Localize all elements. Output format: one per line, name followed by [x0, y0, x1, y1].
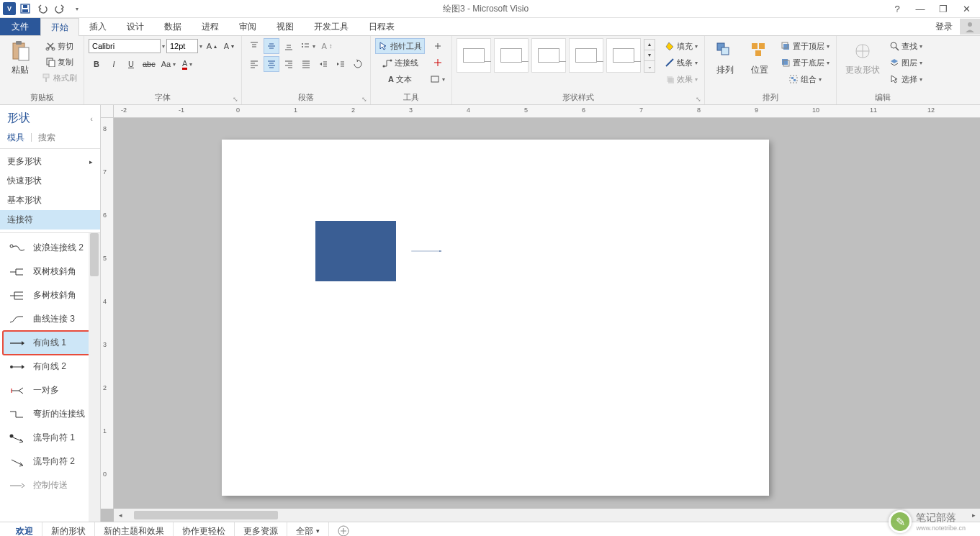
- welcome-tab[interactable]: 欢迎: [7, 522, 42, 536]
- position-button[interactable]: 位置: [744, 38, 776, 78]
- minimize-button[interactable]: —: [909, 1, 931, 17]
- arrow-connector-shape[interactable]: [396, 250, 457, 252]
- user-avatar-icon[interactable]: [960, 19, 980, 35]
- tab-home[interactable]: 开始: [40, 18, 79, 36]
- font-color-button[interactable]: A▾: [179, 56, 195, 72]
- line-button[interactable]: 线条▾: [662, 55, 700, 71]
- shape-elbow-connector[interactable]: 弯折的连接线: [3, 402, 97, 426]
- shape-wave-connector-2[interactable]: 波浪连接线 2: [3, 236, 97, 260]
- increase-indent-button[interactable]: [333, 56, 349, 72]
- shape-directed-line-2[interactable]: 有向线 2: [3, 355, 97, 378]
- change-case-button[interactable]: Aa▾: [159, 56, 178, 72]
- bold-button[interactable]: B: [89, 56, 104, 72]
- new-shapes-tab[interactable]: 新的形状: [42, 522, 95, 536]
- decrease-indent-button[interactable]: [315, 56, 331, 72]
- stencil-tab[interactable]: 模具: [7, 132, 24, 144]
- gallery-more-button[interactable]: ⌄: [644, 61, 655, 72]
- paste-button[interactable]: 粘贴: [4, 38, 36, 78]
- align-center-button[interactable]: [264, 56, 279, 72]
- drawing-canvas[interactable]: [114, 118, 980, 509]
- tab-insert[interactable]: 插入: [79, 18, 117, 35]
- shape-multi-tree-bevel[interactable]: 多树枝斜角: [3, 283, 97, 307]
- arrange-button[interactable]: 排列: [709, 38, 741, 78]
- close-button[interactable]: ✕: [956, 1, 977, 17]
- tab-developer[interactable]: 开发工具: [304, 18, 359, 35]
- gallery-down-button[interactable]: ▾: [644, 50, 655, 61]
- shape-curve-connect-3[interactable]: 曲线连接 3: [3, 307, 97, 331]
- increase-font-button[interactable]: A▴: [204, 38, 220, 54]
- collaboration-tab[interactable]: 协作更轻松: [174, 522, 235, 536]
- bring-to-front-button[interactable]: 置于顶层▾: [778, 38, 832, 54]
- align-left-button[interactable]: [246, 56, 262, 72]
- change-shape-button[interactable]: 更改形状: [841, 38, 884, 78]
- style-item-3[interactable]: [531, 38, 566, 73]
- basic-shapes-item[interactable]: 基本形状: [0, 191, 100, 210]
- collapse-panel-button[interactable]: ‹: [90, 114, 93, 123]
- rectangle-tool-button[interactable]: ▾: [428, 71, 447, 87]
- shape-double-tree-bevel[interactable]: 双树枝斜角: [3, 260, 97, 283]
- connector-tool-button[interactable]: 连接线: [375, 55, 425, 71]
- horizontal-scrollbar[interactable]: ◂ ▸: [114, 509, 980, 522]
- bullets-button[interactable]: ▾: [298, 38, 318, 54]
- underline-button[interactable]: U: [123, 56, 139, 72]
- font-dialog-launcher-icon[interactable]: ⤡: [233, 96, 238, 103]
- connection-point-button[interactable]: [428, 55, 447, 71]
- gallery-up-button[interactable]: ▴: [644, 40, 655, 50]
- fill-button[interactable]: 填充▾: [662, 38, 700, 54]
- select-button[interactable]: 选择▾: [887, 71, 925, 87]
- text-tool-button[interactable]: A文本: [375, 71, 425, 87]
- horizontal-ruler[interactable]: document.write(Array.from({length:18},(_…: [114, 105, 980, 118]
- cut-button[interactable]: 剪切: [39, 38, 79, 54]
- quick-shapes-item[interactable]: 快速形状: [0, 171, 100, 191]
- style-item-5[interactable]: [606, 38, 641, 73]
- new-themes-tab[interactable]: 新的主题和效果: [95, 522, 174, 536]
- find-button[interactable]: 查找▾: [887, 38, 925, 54]
- search-tab[interactable]: 搜索: [38, 132, 55, 144]
- font-name-dropdown-icon[interactable]: ▾: [162, 43, 165, 50]
- send-to-back-button[interactable]: 置于底层▾: [778, 55, 832, 71]
- scroll-left-button[interactable]: ◂: [114, 509, 127, 522]
- format-painter-button[interactable]: 格式刷: [39, 70, 79, 86]
- scroll-right-button[interactable]: ▸: [967, 509, 980, 522]
- tab-file[interactable]: 文件: [0, 18, 40, 35]
- layers-button[interactable]: 图层▾: [887, 55, 925, 71]
- more-resources-tab[interactable]: 更多资源: [235, 522, 287, 536]
- vertical-ruler[interactable]: document.write(Array.from({length:10},(_…: [101, 118, 114, 509]
- font-size-combo[interactable]: [166, 39, 198, 53]
- styles-dialog-launcher-icon[interactable]: ⤡: [696, 96, 701, 103]
- style-item-1[interactable]: [457, 38, 491, 73]
- style-item-2[interactable]: [494, 38, 529, 73]
- tab-review[interactable]: 审阅: [229, 18, 266, 35]
- shape-one-to-many[interactable]: 一对多: [3, 378, 97, 402]
- pointer-tool-button[interactable]: 指针工具: [375, 38, 425, 54]
- qat-customize-button[interactable]: ▾: [69, 1, 85, 17]
- font-size-dropdown-icon[interactable]: ▾: [199, 43, 202, 50]
- shape-control-transfer[interactable]: 控制传送: [3, 473, 97, 497]
- align-bottom-button[interactable]: [281, 38, 297, 54]
- add-page-button[interactable]: [335, 525, 352, 536]
- align-top-button[interactable]: [246, 38, 262, 54]
- paragraph-dialog-launcher-icon[interactable]: ⤡: [361, 96, 367, 103]
- shape-flow-guide-1[interactable]: 流导向符 1: [3, 426, 97, 450]
- justify-button[interactable]: [298, 56, 314, 72]
- font-name-combo[interactable]: [89, 39, 161, 53]
- all-tab[interactable]: 全部 ▾: [287, 522, 329, 536]
- restore-button[interactable]: ❐: [932, 1, 954, 17]
- align-right-button[interactable]: [281, 56, 297, 72]
- style-item-4[interactable]: [569, 38, 603, 73]
- more-shapes-item[interactable]: 更多形状 ▸: [0, 152, 100, 171]
- qat-save-button[interactable]: [17, 1, 33, 17]
- shape-list-scrollbar[interactable]: [89, 233, 100, 522]
- shape-directed-line-1[interactable]: 有向线 1: [3, 331, 97, 355]
- help-button[interactable]: ?: [886, 1, 908, 17]
- shape-style-gallery[interactable]: ▴ ▾ ⌄: [457, 38, 655, 73]
- tab-schedule[interactable]: 日程表: [359, 18, 405, 35]
- tab-process[interactable]: 进程: [192, 18, 229, 35]
- qat-redo-button[interactable]: [52, 1, 68, 17]
- login-link[interactable]: 登录: [928, 21, 960, 33]
- crop-tool-button[interactable]: [428, 38, 447, 54]
- connectors-stencil-item[interactable]: 连接符: [0, 210, 100, 230]
- rectangle-shape[interactable]: [315, 221, 396, 281]
- tab-view[interactable]: 视图: [266, 18, 304, 35]
- shape-flow-guide-2[interactable]: 流导向符 2: [3, 450, 97, 473]
